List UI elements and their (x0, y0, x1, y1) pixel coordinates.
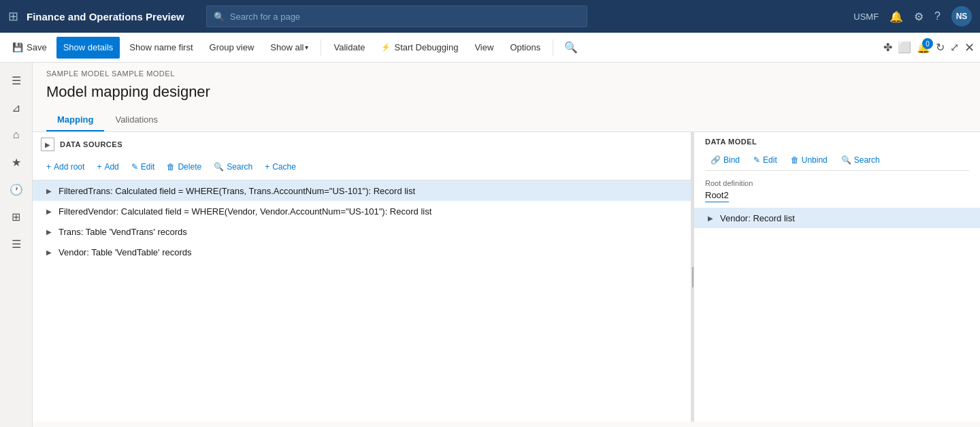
tab-validations[interactable]: Validations (104, 109, 169, 131)
edit-button[interactable]: ✎ Edit (126, 159, 161, 174)
global-search-box[interactable]: 🔍 (206, 5, 587, 27)
delete-icon: 🗑 (167, 162, 175, 172)
tree-item[interactable]: ▶ Trans: Table 'VendTrans' records (33, 221, 691, 242)
toolbar-separator-2 (553, 39, 553, 56)
tree-item[interactable]: ▶ FilteredTrans: Calculated field = WHER… (33, 180, 691, 201)
sidebar-filter-icon[interactable]: ⊿ (4, 95, 29, 120)
sidebar-favorites-icon[interactable]: ★ (4, 150, 29, 174)
personalize-icon[interactable]: ✤ (883, 41, 892, 54)
data-model-title: DATA MODEL (705, 138, 969, 146)
tab-mapping[interactable]: Mapping (46, 109, 104, 131)
environment-label: USMF (853, 12, 879, 22)
tree-expand-icon-3[interactable]: ▶ (44, 247, 54, 257)
cache-button[interactable]: + Cache (259, 159, 301, 174)
close-icon[interactable]: ✕ (964, 40, 975, 55)
dm-edit-button[interactable]: ✎ Edit (748, 153, 783, 168)
data-model-panel: DATA MODEL 🔗 Bind ✎ Edit 🗑 Unbind (694, 132, 980, 422)
open-in-new-icon[interactable]: ⬜ (898, 41, 911, 54)
root-definition-label: Root definition (705, 179, 969, 187)
data-model-toolbar: 🔗 Bind ✎ Edit 🗑 Unbind 🔍 (705, 150, 969, 171)
help-icon[interactable]: ? (934, 10, 941, 22)
grid-menu-icon[interactable]: ⊞ (8, 9, 18, 24)
data-sources-toolbar: + Add root + Add ✎ Edit 🗑 Delete (33, 154, 691, 180)
add-button[interactable]: + Add (91, 159, 124, 174)
sidebar-list-icon[interactable]: ☰ (4, 232, 29, 256)
root-definition-section: Root definition Root2 (694, 174, 980, 208)
tree-item[interactable]: ▶ FilteredVendor: Calculated field = WHE… (33, 201, 691, 221)
edit-icon: ✎ (131, 162, 138, 172)
cache-icon: + (265, 162, 270, 172)
tree-expand-icon-2[interactable]: ▶ (44, 226, 54, 237)
global-search-input[interactable] (230, 12, 580, 22)
sidebar-recent-icon[interactable]: 🕐 (4, 177, 29, 202)
sidebar-collapse-icon[interactable]: ☰ (4, 68, 29, 93)
tree-item[interactable]: ▶ Vendor: Table 'VendTable' records (33, 242, 691, 262)
search-ds-icon: 🔍 (214, 162, 224, 172)
debug-icon: ⚡ (381, 43, 391, 52)
start-debugging-button[interactable]: ⚡ Start Debugging (374, 37, 465, 59)
bind-button[interactable]: 🔗 Bind (705, 153, 745, 168)
data-sources-panel: ▶ DATA SOURCES + Add root + Add ✎ Edit (33, 132, 691, 422)
unbind-icon: 🗑 (791, 155, 799, 165)
group-view-button[interactable]: Group view (203, 37, 261, 59)
panel-splitter[interactable] (691, 132, 694, 422)
designer-area: ▶ DATA SOURCES + Add root + Add ✎ Edit (33, 132, 980, 422)
tree-item-text-1: FilteredVendor: Calculated field = WHERE… (59, 206, 683, 217)
sidebar-home-icon[interactable]: ⌂ (4, 123, 29, 147)
data-model-tree: ▶ Vendor: Record list (694, 208, 980, 422)
search-button[interactable]: 🔍 Search (208, 159, 258, 174)
data-sources-header: ▶ DATA SOURCES (33, 132, 691, 154)
tab-bar: Mapping Validations (33, 109, 980, 132)
main-content: SAMPLE MODEL SAMPLE MODEL Model mapping … (33, 63, 980, 427)
sidebar-workspaces-icon[interactable]: ⊞ (4, 204, 29, 229)
save-icon: 💾 (12, 42, 23, 52)
bind-icon: 🔗 (710, 155, 721, 165)
tree-item-text-3: Vendor: Table 'VendTable' records (59, 247, 683, 257)
notification-bell-icon[interactable]: 🔔 (889, 10, 903, 23)
left-sidebar: ☰ ⊿ ⌂ ★ 🕐 ⊞ ☰ (0, 63, 33, 427)
tree-item-text-0: FilteredTrans: Calculated field = WHERE(… (59, 186, 683, 196)
dm-tree-item-text-0: Vendor: Record list (720, 213, 972, 223)
dm-edit-icon: ✎ (753, 155, 760, 165)
breadcrumb: SAMPLE MODEL SAMPLE MODEL (33, 63, 980, 80)
options-button[interactable]: Options (503, 37, 547, 59)
root-definition-value: Root2 (705, 190, 729, 202)
user-avatar[interactable]: NS (951, 6, 972, 27)
unbind-button[interactable]: 🗑 Unbind (785, 153, 833, 168)
view-button[interactable]: View (468, 37, 500, 59)
validate-button[interactable]: Validate (327, 37, 372, 59)
popout-icon[interactable]: ⤢ (950, 41, 959, 54)
dm-search-icon: 🔍 (841, 155, 851, 165)
app-title: Finance and Operations Preview (27, 11, 184, 22)
badge-container: 🔔 0 (917, 41, 930, 54)
notification-badge: 0 (922, 38, 933, 49)
show-all-button[interactable]: Show all ▾ (263, 37, 315, 59)
dm-tree-item[interactable]: ▶ Vendor: Record list (694, 208, 980, 228)
main-layout: ☰ ⊿ ⌂ ★ 🕐 ⊞ ☰ SAMPLE MODEL SAMPLE MODEL … (0, 63, 980, 427)
top-navigation-bar: ⊞ Finance and Operations Preview 🔍 USMF … (0, 0, 980, 33)
delete-button[interactable]: 🗑 Delete (161, 159, 207, 174)
page-title: Model mapping designer (33, 80, 980, 109)
tree-expand-icon-0[interactable]: ▶ (44, 185, 54, 196)
add-root-button[interactable]: + Add root (41, 159, 90, 174)
panel-expand-button[interactable]: ▶ (41, 138, 54, 151)
refresh-icon[interactable]: ↻ (936, 41, 945, 54)
data-model-header: DATA MODEL 🔗 Bind ✎ Edit 🗑 Unbind (694, 132, 980, 174)
tree-expand-icon-1[interactable]: ▶ (44, 206, 54, 217)
top-bar-right-actions: USMF 🔔 ⚙ ? NS (853, 6, 972, 27)
data-sources-tree: ▶ FilteredTrans: Calculated field = WHER… (33, 180, 691, 422)
add-root-icon: + (46, 162, 51, 172)
settings-icon[interactable]: ⚙ (914, 10, 924, 23)
dm-tree-expand-icon-0[interactable]: ▶ (705, 212, 716, 223)
show-all-dropdown-icon: ▾ (305, 44, 308, 51)
data-sources-title: DATA SOURCES (60, 140, 122, 148)
show-details-button[interactable]: Show details (56, 37, 120, 59)
show-name-button[interactable]: Show name first (122, 37, 199, 59)
search-toolbar-icon[interactable]: 🔍 (559, 41, 583, 54)
search-icon: 🔍 (214, 12, 225, 22)
tree-item-text-2: Trans: Table 'VendTrans' records (59, 227, 683, 237)
dm-search-button[interactable]: 🔍 Search (836, 153, 885, 168)
add-icon: + (97, 162, 101, 172)
toolbar-separator-1 (321, 39, 321, 56)
save-button[interactable]: 💾 Save (5, 37, 54, 59)
